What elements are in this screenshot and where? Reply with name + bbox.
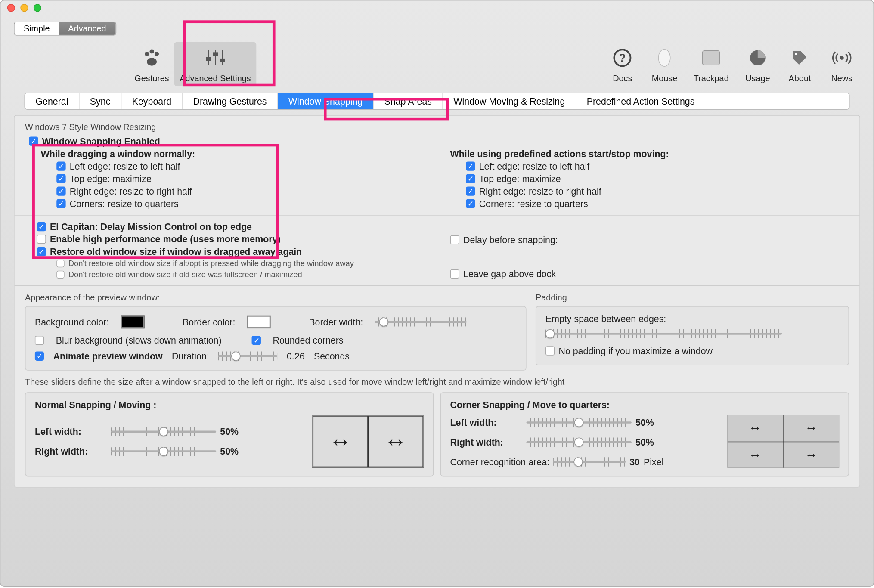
checkbox-gap-dock[interactable] [450,269,459,279]
svg-text:?: ? [619,52,626,65]
preferences-window: Simple Advanced Gestures Advanced Settin… [0,0,874,587]
colorwell-bg[interactable] [121,316,145,329]
mouse-icon [651,45,678,71]
tab-window-snapping[interactable]: Window Snapping [278,93,374,109]
svg-point-16 [840,56,843,59]
minimize-button[interactable] [20,4,28,12]
sliders-desc: These sliders define the size after a wi… [25,377,849,387]
checkbox-drag-top[interactable] [56,174,65,183]
checkbox-delay-snap[interactable] [450,235,459,244]
slider-normal-left[interactable] [111,427,216,436]
mode-simple[interactable]: Simple [15,22,59,35]
checkbox-hiperf[interactable] [37,235,46,244]
checkbox-restore[interactable] [37,247,46,256]
toolbar-news[interactable]: News [823,42,860,86]
broadcast-icon [829,45,855,71]
toolbar: Simple Advanced Gestures Advanced Settin… [1,15,874,86]
svg-point-2 [155,52,159,56]
toolbar-mouse[interactable]: Mouse [646,42,683,86]
mode-advanced[interactable]: Advanced [59,22,115,35]
checkbox-blur[interactable] [35,336,44,345]
slider-padding[interactable] [545,329,782,338]
close-button[interactable] [7,4,15,12]
slider-normal-right[interactable] [111,447,216,456]
slider-border-width[interactable] [375,317,467,326]
help-icon: ? [609,45,635,71]
svg-rect-7 [214,53,217,56]
svg-point-0 [145,52,149,56]
toolbar-docs[interactable]: ?Docs [604,42,641,86]
checkbox-predef-top[interactable] [466,174,475,183]
checkbox-drag-corners[interactable] [56,199,65,208]
tab-snap-areas[interactable]: Snap Areas [374,93,443,109]
checkbox-snapping-enabled[interactable] [29,136,38,145]
tab-sync[interactable]: Sync [79,93,121,109]
mode-segmented[interactable]: Simple Advanced [14,22,116,35]
corner-snapping-title: Corner Snapping / Move to quarters: [450,399,840,410]
toolbar-advanced-settings[interactable]: Advanced Settings [174,42,256,86]
tab-keyboard[interactable]: Keyboard [121,93,183,109]
preview-normal: ↔↔ [312,415,424,468]
checkbox-nopad-max[interactable] [545,346,555,355]
toolbar-usage[interactable]: Usage [739,42,776,86]
tag-icon [787,45,813,71]
heading-predef-actions: While using predefined actions start/sto… [450,149,849,159]
checkbox-restore-fullscreen[interactable] [56,271,64,279]
paw-icon [139,45,165,71]
checkbox-restore-alt[interactable] [56,260,64,267]
svg-rect-9 [220,59,224,62]
checkbox-predef-left[interactable] [466,161,475,170]
section-title: Windows 7 Style Window Resizing [25,122,849,132]
tab-general[interactable]: General [25,93,79,109]
normal-snapping-title: Normal Snapping / Moving : [35,399,424,410]
slider-corner-right[interactable] [527,438,632,447]
padding-title: Padding [536,292,849,302]
zoom-button[interactable] [34,4,41,12]
checkbox-drag-left[interactable] [56,161,65,170]
content-panel: Windows 7 Style Window Resizing Window S… [14,115,860,487]
svg-rect-13 [703,51,720,65]
titlebar [1,1,874,15]
settings-tabs: General Sync Keyboard Drawing Gestures W… [24,93,849,110]
checkbox-rounded[interactable] [252,336,261,345]
appearance-title: Appearance of the preview window: [25,292,527,302]
checkbox-predef-right[interactable] [466,186,475,195]
checkbox-predef-corners[interactable] [466,199,475,208]
slider-cra[interactable] [553,457,626,466]
colorwell-border[interactable] [247,316,271,329]
toolbar-about[interactable]: About [781,42,818,86]
svg-point-15 [795,53,797,55]
toolbar-gestures[interactable]: Gestures [129,42,174,86]
tab-window-moving[interactable]: Window Moving & Resizing [443,93,576,109]
toolbar-trackpad[interactable]: Trackpad [688,42,734,86]
trackpad-icon [698,45,724,71]
pie-icon [744,45,771,71]
sliders-icon [202,45,228,71]
svg-point-1 [149,49,154,53]
heading-drag-normal: While dragging a window normally: [41,149,424,159]
checkbox-animate[interactable] [35,352,44,361]
slider-corner-left[interactable] [527,418,632,427]
label-snapping-enabled: Window Snapping Enabled [42,136,160,146]
checkbox-drag-right[interactable] [56,186,65,195]
checkbox-elcapitan[interactable] [37,222,46,231]
tab-drawing[interactable]: Drawing Gestures [183,93,278,109]
tab-predefined[interactable]: Predefined Action Settings [576,93,705,109]
svg-point-12 [659,49,670,66]
preview-corner: ↔↔↔↔ [728,415,839,468]
svg-rect-5 [207,58,211,60]
slider-duration[interactable] [218,352,277,361]
svg-point-3 [147,58,157,65]
